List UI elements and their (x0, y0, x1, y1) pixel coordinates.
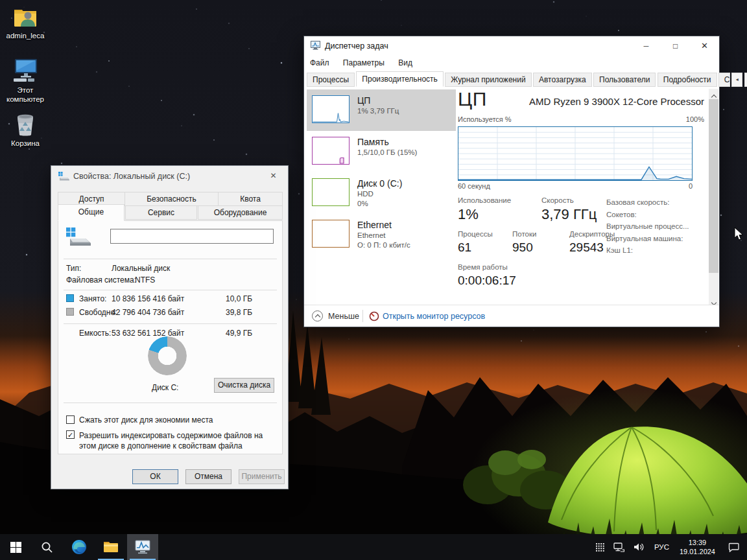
tab-tools[interactable]: Сервис (125, 205, 197, 220)
tab-startup[interactable]: Автозагрузка (533, 73, 592, 87)
menu-options[interactable]: Параметры (337, 56, 390, 70)
tab-processes[interactable]: Процессы (307, 73, 355, 87)
index-checkbox-label[interactable]: Разрешить индексировать содержимое файло… (79, 430, 274, 451)
tab-scroll-left-icon[interactable]: ◂ (731, 73, 742, 87)
processes-label: Процессы (458, 230, 493, 238)
separator (64, 402, 277, 403)
windows-logo-icon (10, 542, 21, 553)
clock-time: 13:39 (680, 538, 715, 547)
type-label: Тип: (66, 264, 81, 273)
desktop-icon-label: Этот компьютер (0, 86, 51, 104)
sidebar-cpu-sub: 1% 3,79 ГГц (357, 106, 452, 116)
disk-cleanup-button[interactable]: Очистка диска (214, 378, 274, 393)
volume-label-input[interactable] (110, 229, 274, 244)
resource-monitor-icon (369, 311, 379, 321)
tab-scroll-right-icon[interactable]: ▸ (744, 73, 747, 87)
threads-value: 950 (512, 240, 533, 255)
capacity-label: Емкость: (79, 329, 111, 338)
vertical-scrollbar[interactable] (709, 89, 718, 305)
tab-hardware[interactable]: Оборудование (198, 205, 283, 220)
system-tray: РУС 13:39 19.01.2024 (591, 534, 747, 560)
this-pc-icon (11, 57, 40, 84)
tab-app-history[interactable]: Журнал приложений (445, 73, 531, 87)
menu-view[interactable]: Вид (392, 56, 418, 70)
free-swatch (66, 308, 74, 316)
language-indicator[interactable]: РУС (649, 543, 674, 551)
scroll-up-icon[interactable] (709, 89, 718, 99)
ok-button[interactable]: ОК (132, 469, 178, 484)
network-tray-button[interactable] (609, 534, 629, 560)
cpu-mini-graph (312, 95, 350, 123)
tab-security[interactable]: Безопасность (124, 192, 219, 206)
disk-mini-graph (312, 178, 350, 206)
virtual-processors-label: Виртуальные процесс... (606, 220, 706, 233)
desktop-icon-this-pc[interactable]: Этот компьютер (0, 57, 51, 104)
dialog-close-icon[interactable]: ✕ (259, 166, 288, 185)
cancel-button[interactable]: Отмена (185, 469, 231, 484)
apply-button[interactable]: Применить (239, 469, 285, 484)
tab-details[interactable]: Подробности (658, 73, 717, 87)
graph-ylabel: Используется % (458, 115, 512, 123)
fewer-details-button[interactable] (312, 310, 323, 321)
edge-taskbar-button[interactable] (64, 534, 95, 560)
scrollbar-thumb[interactable] (709, 99, 718, 273)
desktop-icon-user-folder[interactable]: admin_leca (0, 5, 51, 40)
open-resource-monitor-link[interactable]: Открыть монитор ресурсов (383, 312, 485, 321)
tab-performance[interactable]: Производительность (356, 71, 443, 87)
sidebar-ethernet-title: Ethernet (357, 218, 452, 231)
compress-checkbox[interactable]: ✓ (66, 415, 75, 424)
performance-sidebar: ЦП 1% 3,79 ГГц Память 1,5/10,0 ГБ (15%) … (307, 89, 456, 255)
scroll-down-icon[interactable] (709, 295, 718, 305)
window-title: Диспетчер задач (325, 41, 388, 51)
usage-label: Использование (458, 196, 511, 204)
edge-icon (71, 539, 87, 555)
close-button[interactable]: ✕ (690, 36, 719, 56)
tab-users[interactable]: Пользователи (593, 73, 656, 87)
task-manager-icon (135, 540, 150, 554)
tab-quota[interactable]: Квота (218, 192, 283, 206)
task-manager-tabstrip: Процессы Производительность Журнал прило… (307, 71, 719, 87)
desktop: admin_leca Этот компьютер Корзина (0, 0, 747, 560)
compress-checkbox-label[interactable]: Сжать этот диск для экономии места (79, 415, 274, 425)
volume-tray-button[interactable] (629, 534, 649, 560)
start-button[interactable] (0, 534, 31, 560)
used-gb: 10,0 ГБ (226, 294, 252, 303)
hidden-icons-button[interactable] (591, 534, 609, 560)
sidebar-item-cpu[interactable]: ЦП 1% 3,79 ГГц (307, 89, 456, 131)
footer-divider (362, 310, 363, 322)
sidebar-item-disk[interactable]: Диск 0 (C:) HDD 0% (307, 172, 456, 214)
action-center-button[interactable] (720, 534, 747, 560)
capacity-gb: 49,9 ГБ (226, 329, 252, 338)
desktop-icon-recycle-bin[interactable]: Корзина (0, 111, 51, 148)
task-manager-taskbar-button[interactable] (127, 534, 158, 560)
index-checkbox[interactable]: ✓ (66, 430, 75, 439)
tab-general[interactable]: Общие (58, 204, 124, 221)
speed-label: Скорость (541, 196, 574, 204)
desktop-icon-label: admin_leca (0, 31, 51, 40)
fewer-details-label[interactable]: Меньше (328, 312, 359, 321)
used-swatch (66, 294, 74, 302)
dialog-titlebar[interactable]: Свойства: Локальный диск (C:) ✕ (51, 166, 288, 187)
graph-xright: 0 (689, 182, 693, 190)
maximize-button[interactable]: □ (661, 36, 690, 56)
cpu-right-info: Базовая скорость: Сокетов: Виртуальные п… (606, 196, 706, 257)
disk-properties-dialog: Свойства: Локальный диск (C:) ✕ Доступ Б… (51, 165, 289, 489)
user-folder-icon (12, 5, 38, 30)
filesystem-label: Файловая система: (66, 275, 136, 285)
sidebar-item-ethernet[interactable]: Ethernet Ethernet О: 0 П: 0 кбит/с (307, 214, 456, 255)
graph-ymax: 100% (686, 115, 704, 123)
clock[interactable]: 13:39 19.01.2024 (674, 538, 720, 556)
sidebar-item-memory[interactable]: Память 1,5/10,0 ГБ (15%) (307, 131, 456, 172)
graph-xleft: 60 секунд (458, 182, 490, 190)
menu-file[interactable]: Файл (304, 56, 335, 70)
file-explorer-taskbar-button[interactable] (95, 534, 126, 560)
task-manager-titlebar[interactable]: Диспетчер задач ─ □ ✕ (304, 36, 719, 56)
search-button[interactable] (31, 534, 62, 560)
minimize-button[interactable]: ─ (632, 36, 661, 56)
network-icon (613, 542, 624, 552)
sidebar-memory-title: Память (357, 135, 452, 148)
cpu-usage-chart[interactable] (458, 126, 693, 181)
tab-services[interactable]: С (718, 73, 730, 87)
task-manager-footer: Меньше Открыть монитор ресурсов (304, 305, 719, 327)
general-tab-page: Тип: Локальный диск Файловая система: NT… (58, 220, 283, 454)
